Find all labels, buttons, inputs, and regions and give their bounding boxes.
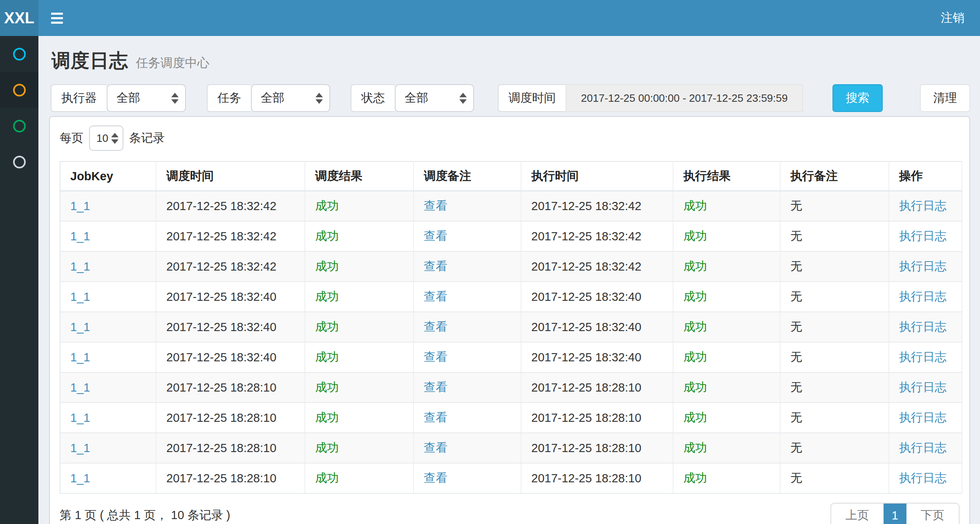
- jobkey-link[interactable]: 1_1: [70, 230, 90, 243]
- page-header: 调度日志 任务调度中心: [51, 48, 970, 74]
- jobkey-link[interactable]: 1_1: [70, 472, 90, 485]
- jobkey-link[interactable]: 1_1: [70, 199, 90, 213]
- page-title: 调度日志: [51, 50, 128, 71]
- trigger_time-value: 2017-12-25 18:28:10: [166, 381, 276, 394]
- handle_time-value: 2017-12-25 18:32:42: [531, 260, 641, 273]
- select-arrows-icon: [111, 133, 119, 144]
- table-row: 1_12017-12-25 18:32:40成功查看2017-12-25 18:…: [60, 282, 962, 312]
- status-select-value: 全部: [405, 90, 459, 106]
- action-link[interactable]: 执行日志: [899, 229, 946, 242]
- trigger_time-value: 2017-12-25 18:32:42: [166, 260, 276, 273]
- sidebar-toggle-button[interactable]: [38, 0, 75, 36]
- trigger_msg-link[interactable]: 查看: [424, 320, 447, 333]
- executor-select-value: 全部: [116, 90, 171, 106]
- jobkey-link[interactable]: 1_1: [70, 411, 90, 424]
- trigger_time-value: 2017-12-25 18:32:40: [166, 290, 276, 303]
- trigger_result-value: 成功: [315, 411, 339, 424]
- logout-button[interactable]: 注销: [925, 0, 980, 36]
- page-info-text: 第 1 页 ( 总共 1 页， 10 条记录 ): [60, 507, 230, 524]
- handle_result-value: 成功: [683, 199, 707, 212]
- column-header-jobkey: JobKey: [60, 161, 156, 191]
- job-filter-label: 任务: [207, 84, 251, 112]
- trigger-time-range-input[interactable]: [566, 84, 803, 112]
- handle_time-value: 2017-12-25 18:32:42: [531, 199, 641, 213]
- app-logo[interactable]: XXL: [0, 0, 38, 36]
- circle-o-icon: [13, 48, 26, 60]
- trigger_msg-link[interactable]: 查看: [424, 411, 447, 424]
- handle_time-value: 2017-12-25 18:28:10: [531, 472, 641, 485]
- trigger_msg-link[interactable]: 查看: [424, 290, 447, 303]
- handle_msg-value: 无: [790, 320, 802, 333]
- handle_msg-value: 无: [790, 381, 802, 394]
- column-header-trigger_time: 调度时间: [156, 161, 305, 191]
- jobkey-link[interactable]: 1_1: [70, 381, 90, 394]
- handle_result-value: 成功: [683, 229, 707, 242]
- next-page-button[interactable]: 下页: [906, 504, 959, 524]
- action-link[interactable]: 执行日志: [899, 199, 946, 212]
- current-page-button[interactable]: 1: [884, 504, 906, 524]
- page-length-bar: 每页 10 条记录: [60, 125, 960, 151]
- jobkey-link[interactable]: 1_1: [70, 260, 90, 273]
- handle_time-value: 2017-12-25 18:28:10: [531, 441, 641, 455]
- executor-filter-group: 执行器 全部: [51, 84, 186, 112]
- search-button[interactable]: 搜索: [832, 84, 883, 112]
- action-link[interactable]: 执行日志: [899, 260, 946, 273]
- executor-select[interactable]: 全部: [107, 84, 186, 112]
- circle-o-icon: [13, 120, 26, 132]
- table-row: 1_12017-12-25 18:32:40成功查看2017-12-25 18:…: [60, 312, 962, 342]
- handle_msg-value: 无: [790, 290, 802, 303]
- select-arrows-icon: [459, 93, 467, 104]
- handle_result-value: 成功: [683, 260, 707, 273]
- status-select[interactable]: 全部: [395, 84, 474, 112]
- trigger_time-value: 2017-12-25 18:32:42: [166, 230, 276, 243]
- column-header-trigger_result: 调度结果: [305, 161, 414, 191]
- action-link[interactable]: 执行日志: [899, 441, 946, 454]
- trigger_msg-link[interactable]: 查看: [424, 441, 447, 454]
- table-header: JobKey调度时间调度结果调度备注执行时间执行结果执行备注操作: [60, 161, 962, 191]
- table-row: 1_12017-12-25 18:28:10成功查看2017-12-25 18:…: [60, 372, 962, 403]
- action-link[interactable]: 执行日志: [899, 411, 946, 424]
- trigger_msg-link[interactable]: 查看: [424, 381, 447, 394]
- handle_msg-value: 无: [790, 260, 802, 273]
- handle_time-value: 2017-12-25 18:32:42: [531, 230, 641, 243]
- jobkey-link[interactable]: 1_1: [70, 320, 90, 334]
- sidebar-item-2[interactable]: [0, 72, 38, 108]
- action-link[interactable]: 执行日志: [899, 320, 946, 333]
- job-select[interactable]: 全部: [251, 84, 330, 112]
- handle_result-value: 成功: [683, 471, 707, 484]
- handle_time-value: 2017-12-25 18:28:10: [531, 381, 641, 394]
- action-link[interactable]: 执行日志: [899, 290, 946, 303]
- select-arrows-icon: [171, 93, 179, 104]
- prev-page-button[interactable]: 上页: [831, 504, 884, 524]
- circle-o-icon: [13, 84, 26, 96]
- sidebar-item-4[interactable]: [0, 144, 38, 180]
- filter-row: 执行器 全部 任务 全部 状态 全部 调度时间 搜索 清理: [51, 84, 970, 112]
- handle_result-value: 成功: [683, 381, 707, 394]
- jobkey-link[interactable]: 1_1: [70, 351, 90, 364]
- handle_time-value: 2017-12-25 18:32:40: [531, 351, 641, 364]
- sidebar-item-1[interactable]: [0, 36, 38, 72]
- trigger_msg-link[interactable]: 查看: [424, 199, 447, 212]
- jobkey-link[interactable]: 1_1: [70, 290, 90, 303]
- table-row: 1_12017-12-25 18:32:40成功查看2017-12-25 18:…: [60, 342, 962, 372]
- clear-button[interactable]: 清理: [920, 84, 970, 112]
- action-link[interactable]: 执行日志: [899, 350, 946, 363]
- trigger_msg-link[interactable]: 查看: [424, 229, 447, 242]
- action-link[interactable]: 执行日志: [899, 381, 946, 394]
- trigger_msg-link[interactable]: 查看: [424, 260, 447, 273]
- trigger_time-value: 2017-12-25 18:32:40: [166, 351, 276, 364]
- trigger_msg-link[interactable]: 查看: [424, 471, 447, 484]
- handle_result-value: 成功: [683, 290, 707, 303]
- page-length-select[interactable]: 10: [89, 125, 123, 151]
- page-length-suffix: 条记录: [129, 130, 165, 146]
- jobkey-link[interactable]: 1_1: [70, 441, 90, 455]
- sidebar-item-3[interactable]: [0, 108, 38, 144]
- circle-o-icon: [13, 156, 26, 168]
- column-header-trigger_msg: 调度备注: [414, 161, 521, 191]
- trigger_result-value: 成功: [315, 320, 339, 333]
- trigger_msg-link[interactable]: 查看: [424, 350, 447, 363]
- handle_result-value: 成功: [683, 350, 707, 363]
- action-link[interactable]: 执行日志: [899, 471, 946, 484]
- log-panel: 每页 10 条记录 JobKey调度时间调度结果调度备注执行时间执行结果执行备注…: [49, 116, 970, 524]
- handle_time-value: 2017-12-25 18:32:40: [531, 290, 641, 303]
